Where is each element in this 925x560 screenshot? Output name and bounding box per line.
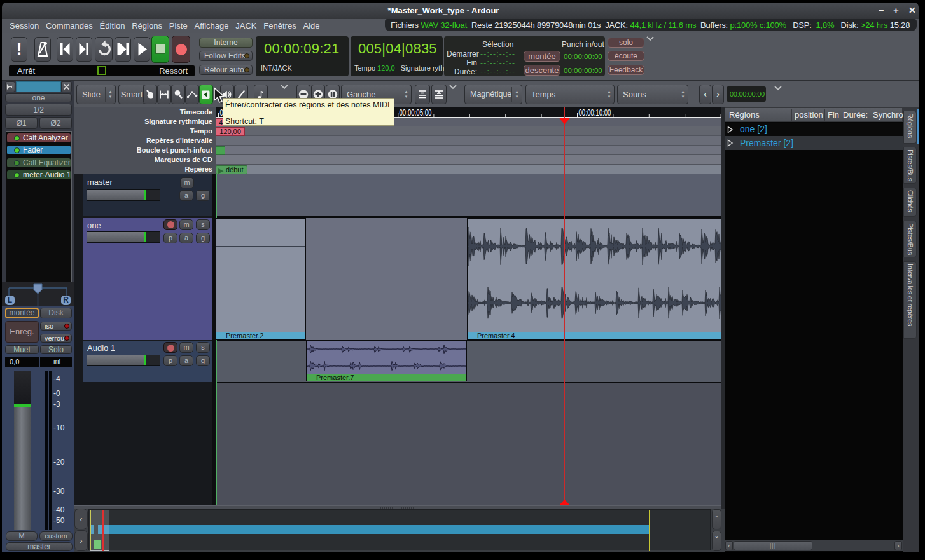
svg-text:!: ! — [17, 39, 22, 58]
svg-text:00:00:10:00: 00:00:10:00 — [579, 107, 611, 118]
svg-text:00:00:05:00: 00:00:05:00 — [400, 107, 432, 118]
